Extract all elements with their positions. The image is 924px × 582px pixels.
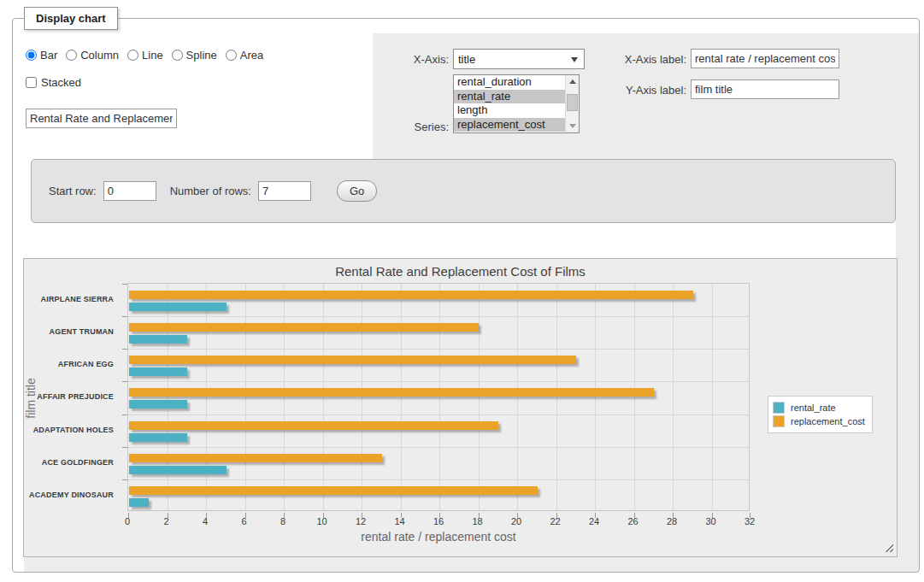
chart-type-option-spline[interactable]: Spline xyxy=(172,49,217,62)
x-tick-label: 14 xyxy=(383,516,417,526)
scroll-down-icon[interactable] xyxy=(566,120,579,132)
bar-rental_rate xyxy=(129,303,227,311)
chart-type-option-bar[interactable]: Bar xyxy=(26,49,57,62)
scrollbar-thumb[interactable] xyxy=(567,94,578,111)
legend-entry: replacement_cost xyxy=(773,415,865,427)
start-row-input[interactable] xyxy=(103,181,156,201)
chart-type-radio-spline[interactable] xyxy=(172,50,183,61)
x-tick-label: 28 xyxy=(655,516,689,526)
number-of-rows-input[interactable] xyxy=(258,181,311,201)
chart-legend: rental_ratereplacement_cost xyxy=(768,396,873,433)
bar-replacement_cost xyxy=(129,323,479,332)
gridline xyxy=(128,447,749,448)
x-axis-label-input[interactable] xyxy=(691,49,839,68)
bar-replacement_cost xyxy=(129,291,693,299)
legend-label: rental_rate xyxy=(791,403,836,413)
chart-type-radio-bar[interactable] xyxy=(26,50,37,61)
chart-title-input[interactable] xyxy=(26,109,177,128)
x-tick-label: 6 xyxy=(227,516,262,526)
legend-entry: rental_rate xyxy=(773,402,865,414)
gridline xyxy=(401,284,402,510)
y-tick-mark xyxy=(122,414,127,415)
chart-type-label: Column xyxy=(80,49,119,62)
x-axis-label-label: X-Axis label: xyxy=(614,53,686,66)
fieldset-legend-text: Display chart xyxy=(36,12,106,25)
number-of-rows-label: Number of rows: xyxy=(170,185,251,197)
x-tick-label: 30 xyxy=(694,516,728,526)
bar-replacement_cost xyxy=(129,486,538,495)
gridline xyxy=(556,284,557,510)
gridline xyxy=(439,284,440,510)
y-axis-label-label: Y-Axis label: xyxy=(614,84,686,97)
y-tick-mark xyxy=(122,349,127,350)
stacked-checkbox[interactable] xyxy=(26,77,37,88)
x-tick-label: 32 xyxy=(733,516,767,526)
x-tick-label: 0 xyxy=(110,516,144,526)
chart-type-radio-area[interactable] xyxy=(226,50,237,61)
y-tick-mark xyxy=(122,381,127,382)
gridline xyxy=(284,284,285,510)
chart-type-label: Bar xyxy=(40,49,57,62)
y-tick-label: ACE GOLDFINGER xyxy=(26,446,121,479)
gridline xyxy=(595,284,596,510)
series-option-replacement_cost[interactable]: replacement_cost xyxy=(454,118,565,132)
series-option-rental_rate[interactable]: rental_rate xyxy=(454,90,565,104)
chart-title: Rental Rate and Replacement Cost of Film… xyxy=(24,264,897,279)
gridline xyxy=(362,284,362,510)
x-axis-select[interactable]: title xyxy=(453,49,585,69)
scroll-up-icon[interactable] xyxy=(566,75,579,88)
chart-type-radio-line[interactable] xyxy=(127,50,138,61)
chart-type-radio-group: BarColumnLineSplineArea xyxy=(26,49,272,62)
background-strip-right xyxy=(896,159,919,258)
x-tick-label: 16 xyxy=(421,516,456,526)
stacked-option: Stacked xyxy=(26,76,81,89)
row-controls-panel: Start row: Number of rows: Go xyxy=(31,159,896,223)
y-tick-label: AFFAIR PREJUDICE xyxy=(26,380,121,413)
bar-rental_rate xyxy=(129,466,227,474)
x-tick-label: 24 xyxy=(577,516,611,526)
gridline xyxy=(168,284,168,510)
gridline xyxy=(517,284,518,510)
bar-replacement_cost xyxy=(129,356,576,364)
x-axis-label: X-Axis: xyxy=(368,53,449,66)
x-tick-label: 8 xyxy=(266,516,300,526)
y-axis-title: film title xyxy=(24,356,38,441)
x-tick-label: 10 xyxy=(305,516,339,526)
chart-type-radio-column[interactable] xyxy=(66,50,77,61)
go-button[interactable]: Go xyxy=(337,180,377,202)
chart-type-label: Area xyxy=(240,49,263,62)
series-listbox[interactable]: rental_durationrental_ratelengthreplacem… xyxy=(453,74,580,133)
series-option-length[interactable]: length xyxy=(454,103,565,118)
x-tick-label: 4 xyxy=(188,516,222,526)
series-option-rental_duration[interactable]: rental_duration xyxy=(454,75,565,90)
gridline xyxy=(128,479,749,480)
plot-area xyxy=(127,283,750,511)
chart-type-option-column[interactable]: Column xyxy=(66,49,119,62)
y-tick-mark xyxy=(122,479,127,480)
gridline xyxy=(323,284,324,510)
gridline xyxy=(128,414,749,415)
start-row-label: Start row: xyxy=(49,185,97,197)
listbox-scrollbar[interactable] xyxy=(565,75,579,132)
x-tick-label: 22 xyxy=(539,516,573,526)
bar-rental_rate xyxy=(129,400,187,409)
chart-container: Rental Rate and Replacement Cost of Film… xyxy=(23,258,898,557)
gridline xyxy=(712,284,713,510)
legend-swatch-replacement_cost xyxy=(773,415,785,427)
bar-rental_rate xyxy=(129,367,187,376)
legend-label: replacement_cost xyxy=(791,416,865,426)
display-chart-app: Display chart BarColumnLineSplineArea St… xyxy=(0,0,924,582)
chevron-down-icon xyxy=(571,57,578,66)
y-tick-mark xyxy=(122,284,127,285)
series-options: rental_durationrental_ratelengthreplacem… xyxy=(454,75,565,132)
bar-replacement_cost xyxy=(129,454,382,462)
chart-type-option-line[interactable]: Line xyxy=(127,49,163,62)
x-tick-label: 20 xyxy=(499,516,533,526)
gridline xyxy=(634,284,635,510)
bar-rental_rate xyxy=(129,433,187,442)
resize-handle[interactable] xyxy=(883,542,893,552)
y-axis-label-input[interactable] xyxy=(691,79,839,99)
x-axis-select-value: title xyxy=(454,53,571,66)
stacked-label[interactable]: Stacked xyxy=(41,76,81,89)
chart-type-option-area[interactable]: Area xyxy=(226,49,263,62)
